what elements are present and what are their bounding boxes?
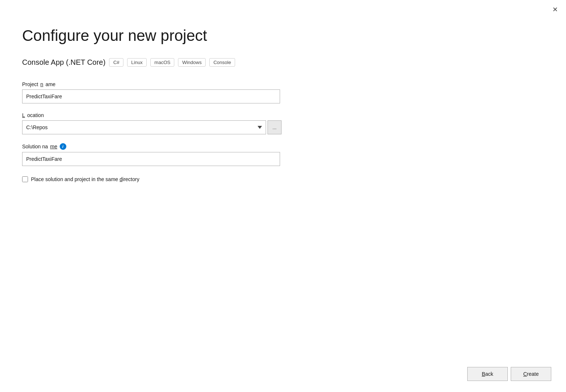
location-label: Location (22, 112, 298, 118)
solution-name-group: Solution name i (22, 143, 298, 166)
configure-project-dialog: ✕ Configure your new project Console App… (0, 0, 566, 392)
tag-csharp: C# (109, 58, 123, 67)
form-section: Project name Location C:\Repos ... (22, 81, 298, 182)
title-bar: ✕ (0, 0, 566, 19)
browse-button[interactable]: ... (268, 120, 282, 134)
back-button[interactable]: Back (467, 367, 508, 381)
same-directory-checkbox[interactable] (22, 176, 28, 182)
project-name-group: Project name (22, 81, 298, 103)
project-type-row: Console App (.NET Core) C# Linux macOS W… (22, 58, 544, 67)
location-group: Location C:\Repos ... (22, 112, 298, 134)
same-directory-row: Place solution and project in the same d… (22, 176, 298, 182)
solution-name-label: Solution name i (22, 143, 298, 150)
location-row: C:\Repos ... (22, 120, 298, 134)
page-title: Configure your new project (22, 27, 544, 45)
project-name-input[interactable] (22, 89, 280, 103)
tag-console: Console (209, 58, 235, 67)
location-select[interactable]: C:\Repos (22, 120, 266, 134)
same-directory-label[interactable]: Place solution and project in the same d… (31, 176, 139, 182)
tag-linux: Linux (127, 58, 147, 67)
project-type-name: Console App (.NET Core) (22, 58, 105, 67)
solution-name-input[interactable] (22, 152, 280, 166)
tag-windows: Windows (178, 58, 206, 67)
tag-macos: macOS (150, 58, 174, 67)
create-button[interactable]: Create (511, 367, 551, 381)
close-button[interactable]: ✕ (550, 4, 560, 15)
dialog-footer: Back Create (0, 361, 566, 392)
dialog-content: Configure your new project Console App (… (0, 19, 566, 361)
solution-name-info-icon[interactable]: i (60, 143, 66, 150)
project-name-label: Project name (22, 81, 298, 87)
